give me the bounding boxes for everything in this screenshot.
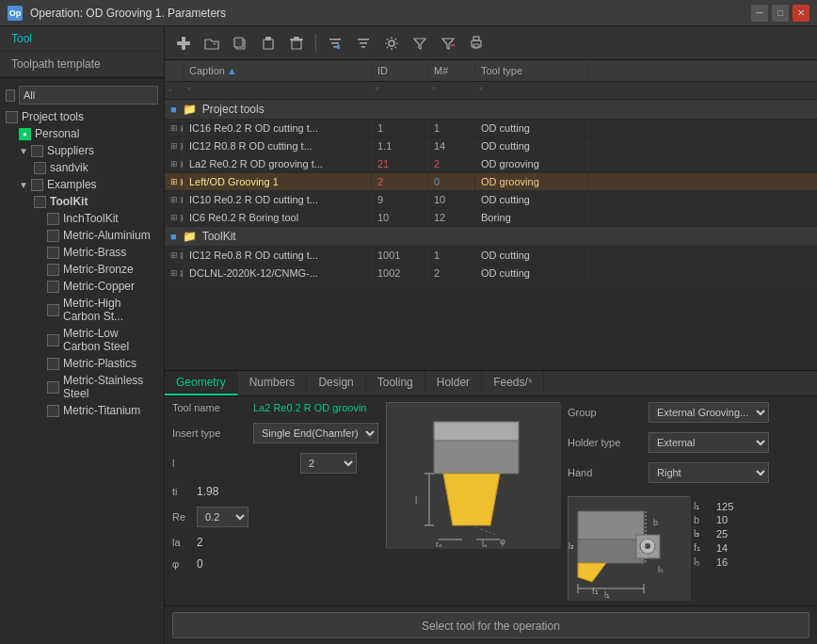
metric-plastics-checkbox[interactable] bbox=[47, 358, 59, 370]
tree-item-personal[interactable]: ● Personal bbox=[0, 125, 164, 142]
row-caption-4: Left/OD Grooving 1 bbox=[184, 173, 372, 190]
tree-item-suppliers[interactable]: ▼ Suppliers bbox=[0, 142, 164, 159]
metric-stainless-checkbox[interactable] bbox=[47, 381, 59, 394]
th-mnum[interactable]: M# bbox=[428, 62, 475, 79]
filter2-button[interactable] bbox=[352, 32, 375, 55]
group-project-tools[interactable]: ■ 📁 Project tools bbox=[165, 100, 817, 120]
group-toolkit[interactable]: ■ 📁 ToolKit bbox=[165, 227, 817, 247]
personal-checkbox[interactable]: ● bbox=[19, 128, 31, 140]
minimize-button[interactable]: ─ bbox=[751, 5, 768, 22]
metric-bronze-checkbox[interactable] bbox=[47, 264, 59, 276]
re-select[interactable]: 0.2 bbox=[197, 507, 248, 527]
metric-brass-checkbox[interactable] bbox=[47, 247, 59, 259]
tree-item-metric-titanium[interactable]: Metric-Titanium bbox=[0, 402, 164, 419]
table-row[interactable]: ⊞ ▣ IC12 R0.8 R OD cutting t... 1.1 14 O… bbox=[165, 137, 817, 155]
tab-feeds[interactable]: Feeds/ˢ bbox=[482, 371, 544, 395]
add-folder-button[interactable]: + bbox=[200, 32, 223, 55]
maximize-button[interactable]: □ bbox=[772, 5, 789, 22]
tool-fields-left: ti 1.98 Re 0.2 la 2 bbox=[172, 485, 248, 576]
svg-rect-5 bbox=[264, 40, 273, 49]
tree-item-metric-stainless[interactable]: Metric-Stainless Steel bbox=[0, 372, 164, 402]
metric-highcarbon-checkbox[interactable] bbox=[47, 304, 59, 316]
funnel-button[interactable] bbox=[408, 32, 431, 55]
svg-rect-12 bbox=[333, 46, 337, 48]
delete-button[interactable] bbox=[285, 32, 308, 55]
tree-item-metric-plastics[interactable]: Metric-Plastics bbox=[0, 355, 164, 372]
funnel2-button[interactable] bbox=[437, 32, 459, 55]
tab-tool[interactable]: Tool bbox=[0, 26, 164, 52]
tree-item-metric-bronze[interactable]: Metric-Bronze bbox=[0, 261, 164, 278]
tree-item-metric-highcarbon[interactable]: Metric-High Carbon St... bbox=[0, 295, 164, 325]
filter-caption-cell[interactable]: * bbox=[184, 82, 372, 99]
metric-alu-checkbox[interactable] bbox=[47, 230, 59, 242]
sandvik-checkbox[interactable] bbox=[34, 162, 46, 174]
table-row[interactable]: ⊞ ▦ IC12 Re0.8 R OD cutting t... 1001 1 … bbox=[165, 247, 817, 265]
metric-titanium-checkbox[interactable] bbox=[47, 405, 59, 417]
project-tools-checkbox[interactable] bbox=[6, 111, 18, 123]
row-tooltype-4: OD grooving bbox=[475, 173, 588, 190]
tab-holder[interactable]: Holder bbox=[425, 371, 482, 395]
group-label: Project tools bbox=[202, 103, 264, 116]
insert-type-select[interactable]: Single End(Chamfer) Double End bbox=[253, 423, 378, 443]
close-button[interactable]: ✕ bbox=[793, 5, 809, 22]
tab-geometry[interactable]: Geometry bbox=[165, 371, 238, 395]
toolkit-checkbox[interactable] bbox=[34, 196, 46, 208]
tool-fields: ti 1.98 Re 0.2 la 2 bbox=[172, 485, 378, 576]
svg-rect-4 bbox=[234, 38, 243, 47]
row-id-7: 1001 bbox=[372, 247, 428, 264]
tab-toolpath-template[interactable]: Toolpath template bbox=[0, 52, 164, 77]
row-id-6: 10 bbox=[372, 209, 428, 226]
table-row[interactable]: ⊞ ▦ DCLNL-2020K-12/CNMG-... 1002 2 OD cu… bbox=[165, 265, 817, 282]
l-select[interactable]: 23 bbox=[300, 453, 357, 474]
toolbar: + bbox=[165, 26, 817, 60]
inchtoolkit-checkbox[interactable] bbox=[47, 213, 59, 225]
meas-l3-key: l₃ bbox=[694, 527, 713, 539]
window-controls[interactable]: ─ □ ✕ bbox=[751, 5, 809, 22]
tree-item-sandvik[interactable]: sandvik bbox=[0, 159, 164, 176]
table-row[interactable]: ⊞ ▣ IC10 Re0.2 R OD cutting t... 9 10 OD… bbox=[165, 191, 817, 209]
th-tooltype[interactable]: Tool type bbox=[475, 62, 588, 79]
search-input[interactable] bbox=[19, 86, 158, 105]
th-id[interactable]: ID bbox=[372, 62, 428, 79]
tree-item-metric-alu[interactable]: Metric-Aluminium bbox=[0, 227, 164, 244]
tree-item-examples[interactable]: ▼ Examples bbox=[0, 176, 164, 193]
group-select[interactable]: External Grooving... bbox=[649, 402, 769, 423]
filter-id-cell[interactable]: * bbox=[372, 82, 428, 99]
table-row-selected[interactable]: ⊞ ▣ Left/OD Grooving 1 2 0 OD grooving bbox=[165, 173, 817, 191]
print-button[interactable] bbox=[465, 32, 488, 55]
filter-tooltype-cell[interactable]: * bbox=[475, 82, 588, 99]
tree-item-project-tools[interactable]: Project tools bbox=[0, 108, 164, 125]
filter1-button[interactable] bbox=[324, 32, 346, 55]
filter-mnum-cell[interactable]: * bbox=[428, 82, 475, 99]
svg-rect-10 bbox=[329, 39, 341, 40]
tree-item-toolkit[interactable]: ToolKit bbox=[0, 193, 164, 210]
tab-design[interactable]: Design bbox=[307, 371, 365, 395]
geometry-tabs: Geometry Numbers Design Tooling Holder F… bbox=[165, 371, 817, 396]
row-icons-3: ⊞ ▣ bbox=[165, 156, 184, 171]
table-row[interactable]: ⊞ ▣ IC6 Re0.2 R Boring tool 10 12 Boring bbox=[165, 209, 817, 227]
copy-button[interactable] bbox=[229, 32, 251, 55]
row-tooltype-2: OD cutting bbox=[475, 137, 588, 154]
settings-button[interactable] bbox=[380, 32, 403, 55]
tree-item-metric-copper[interactable]: Metric-Copper bbox=[0, 278, 164, 295]
tree-item-metric-lowcarbon[interactable]: Metric-Low Carbon Steel bbox=[0, 325, 164, 355]
metric-lowcarbon-checkbox[interactable] bbox=[47, 334, 59, 346]
suppliers-checkbox[interactable] bbox=[31, 145, 43, 157]
add-tool-button[interactable] bbox=[172, 32, 195, 55]
tree-item-inchtoolkit[interactable]: InchToolKit bbox=[0, 210, 164, 227]
table-row[interactable]: ⊞ ▣ IC16 Re0.2 R OD cutting t... 1 1 OD … bbox=[165, 120, 817, 137]
all-checkbox[interactable] bbox=[6, 89, 15, 102]
tree-item-metric-brass[interactable]: Metric-Brass bbox=[0, 244, 164, 261]
hand-select[interactable]: Right Left bbox=[649, 462, 769, 483]
holder-type-select[interactable]: External bbox=[649, 432, 769, 453]
tab-tooling[interactable]: Tooling bbox=[366, 371, 425, 395]
paste-button[interactable] bbox=[257, 32, 280, 55]
bottom-panel: Geometry Numbers Design Tooling Holder F… bbox=[165, 370, 817, 644]
select-tool-button[interactable]: Select tool for the operation bbox=[172, 612, 809, 638]
th-caption[interactable]: Caption ▲ bbox=[184, 62, 372, 79]
tab-numbers[interactable]: Numbers bbox=[238, 371, 308, 395]
metric-copper-checkbox[interactable] bbox=[47, 281, 59, 293]
table-row[interactable]: ⊞ ▣ La2 Re0.2 R OD grooving t... 21 2 OD… bbox=[165, 155, 817, 173]
examples-checkbox[interactable] bbox=[31, 179, 43, 191]
tool-table-area: Caption ▲ ID M# Tool type * * * * bbox=[165, 60, 817, 370]
